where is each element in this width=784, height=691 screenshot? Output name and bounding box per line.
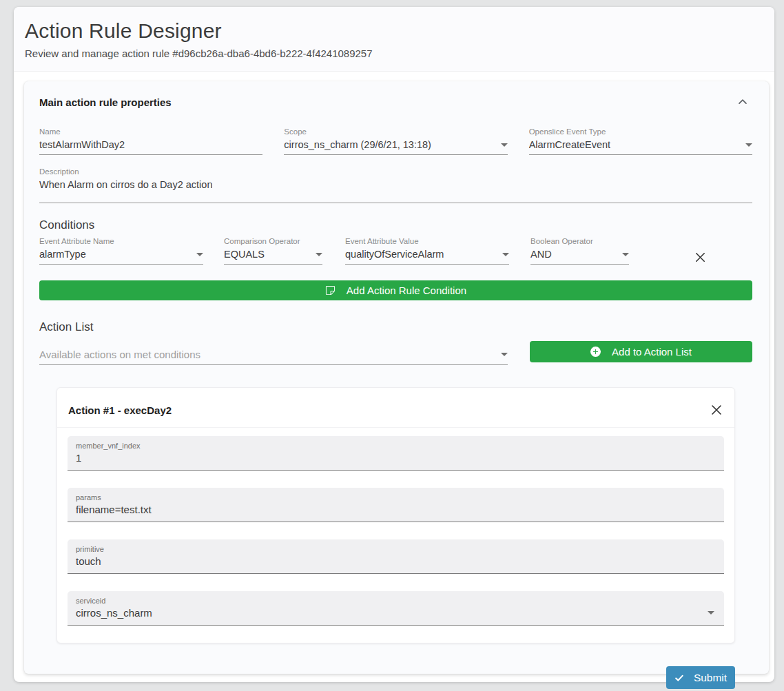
event-type-value: AlarmCreateEvent xyxy=(529,139,610,150)
action-list-row: Available actions on met conditions Add … xyxy=(39,341,752,365)
params-value: filename=test.txt xyxy=(76,504,152,515)
boolean-operator-value: AND xyxy=(530,249,552,260)
caret-down-icon xyxy=(708,611,714,615)
comparison-operator-value: EQUALS xyxy=(224,249,265,260)
chevron-up-icon xyxy=(737,99,748,110)
action-card-title: Action #1 - execDay2 xyxy=(68,404,172,416)
available-actions-select[interactable]: Available actions on met conditions xyxy=(39,347,508,365)
submit-label: Submit xyxy=(694,672,727,684)
boolean-operator-label: Boolean Operator xyxy=(530,237,629,245)
submit-button[interactable]: Submit xyxy=(666,666,735,689)
x-icon xyxy=(710,409,723,419)
primitive-field[interactable]: primitive touch xyxy=(68,539,724,574)
event-attribute-value-select[interactable]: Event Attribute Value qualityOfServiceAl… xyxy=(345,237,509,265)
page-header: Action Rule Designer Review and manage a… xyxy=(14,7,774,72)
event-attribute-name-label: Event Attribute Name xyxy=(39,237,203,245)
primitive-label: primitive xyxy=(76,545,714,553)
add-to-action-list-label: Add to Action List xyxy=(612,346,692,358)
add-condition-label: Add Action Rule Condition xyxy=(347,285,466,296)
caret-down-icon xyxy=(745,143,752,147)
event-attribute-name-value: alarmType xyxy=(39,249,86,260)
event-attribute-value-value: qualityOfServiceAlarm xyxy=(345,249,444,260)
collapse-panel-button[interactable] xyxy=(737,96,748,110)
description-value: When Alarm on cirros do a Day2 action xyxy=(39,179,212,190)
add-to-action-list-button[interactable]: Add to Action List xyxy=(530,341,752,362)
x-icon xyxy=(694,256,707,266)
add-condition-button[interactable]: Add Action Rule Condition xyxy=(39,280,752,300)
scope-label: Scope xyxy=(284,127,507,136)
conditions-heading: Conditions xyxy=(39,218,752,232)
name-label: Name xyxy=(39,127,262,136)
remove-action-button[interactable] xyxy=(708,402,725,418)
caret-down-icon xyxy=(316,253,322,256)
caret-down-icon xyxy=(501,143,508,147)
serviceid-select[interactable]: serviceid cirros_ns_charm xyxy=(68,591,724,626)
member-vnf-index-field[interactable]: member_vnf_index 1 xyxy=(68,436,724,471)
event-type-select[interactable]: Openslice Event Type AlarmCreateEvent xyxy=(529,127,752,155)
page-title: Action Rule Designer xyxy=(25,19,763,43)
content-card: Action Rule Designer Review and manage a… xyxy=(14,7,774,682)
serviceid-value: cirros_ns_charm xyxy=(76,607,152,619)
page-subtitle: Review and manage action rule #d96cb26a-… xyxy=(25,48,763,59)
params-field[interactable]: params filename=test.txt xyxy=(68,488,724,522)
description-field[interactable]: Description When Alarm on cirros do a Da… xyxy=(39,167,752,203)
caret-down-icon xyxy=(196,253,203,256)
action-list-heading: Action List xyxy=(39,320,752,334)
condition-row: Event Attribute Name alarmType Compariso… xyxy=(39,237,752,267)
scope-select[interactable]: Scope cirros_ns_charm (29/6/21, 13:18) xyxy=(284,127,507,155)
name-field[interactable]: Name testAlarmWithDay2 xyxy=(39,127,262,155)
member-vnf-index-value: 1 xyxy=(76,452,81,464)
panel-title: Main action rule properties xyxy=(39,96,172,108)
caret-down-icon xyxy=(501,353,508,356)
event-type-label: Openslice Event Type xyxy=(529,127,752,136)
event-attribute-name-select[interactable]: Event Attribute Name alarmType xyxy=(39,237,203,265)
scope-value: cirros_ns_charm (29/6/21, 13:18) xyxy=(284,139,431,150)
primitive-value: touch xyxy=(76,555,101,567)
params-label: params xyxy=(76,493,714,502)
comparison-operator-label: Comparison Operator xyxy=(224,237,322,245)
boolean-operator-select[interactable]: Boolean Operator AND xyxy=(530,237,629,265)
action-card: Action #1 - execDay2 member_vnf_index 1 … xyxy=(56,387,735,643)
sticky-note-icon xyxy=(325,285,341,296)
check-icon xyxy=(674,673,689,683)
remove-condition-button[interactable] xyxy=(691,248,710,267)
member-vnf-index-label: member_vnf_index xyxy=(76,442,714,450)
caret-down-icon xyxy=(622,253,629,256)
event-attribute-value-label: Event Attribute Value xyxy=(345,237,509,245)
main-properties-row: Name testAlarmWithDay2 Scope cirros_ns_c… xyxy=(39,127,752,155)
name-value: testAlarmWithDay2 xyxy=(39,139,125,150)
serviceid-label: serviceid xyxy=(76,597,714,605)
caret-down-icon xyxy=(502,253,509,256)
comparison-operator-select[interactable]: Comparison Operator EQUALS xyxy=(224,237,322,265)
description-label: Description xyxy=(39,167,752,176)
available-actions-placeholder: Available actions on met conditions xyxy=(39,349,200,360)
plus-circle-icon xyxy=(590,347,606,357)
main-rule-panel: Main action rule properties Name testAla… xyxy=(24,81,769,674)
